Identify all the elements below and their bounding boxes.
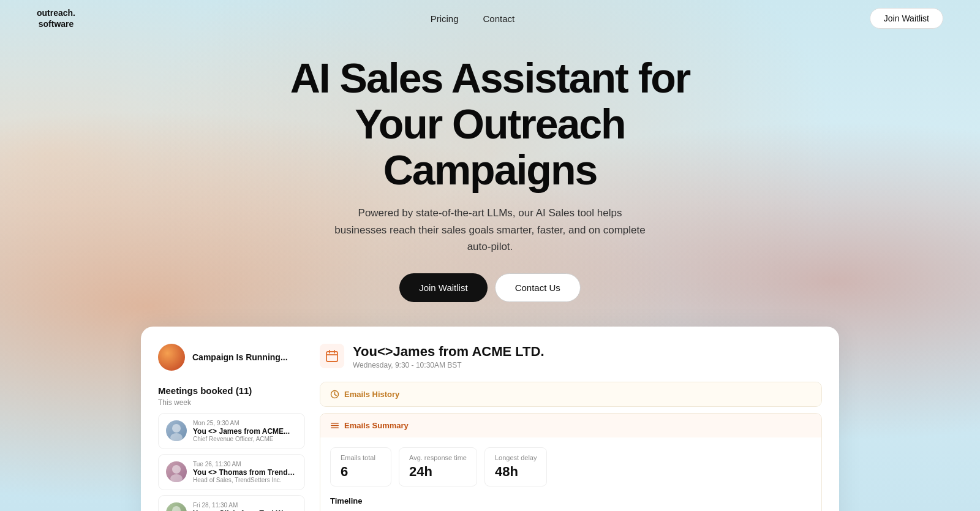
- stat-avg-response: Avg. response time 24h: [399, 447, 477, 486]
- meetings-header: Meetings booked (11): [158, 385, 305, 396]
- calendar-icon-wrapper: [320, 344, 344, 368]
- svg-line-14: [335, 395, 337, 396]
- calendar-icon: [325, 349, 339, 363]
- stat-label: Avg. response time: [409, 454, 467, 461]
- brand-logo: outreach. software: [37, 7, 75, 29]
- hero-title: AI Sales Assistant for Your Outreach Cam…: [245, 55, 735, 192]
- timeline-title: Timeline: [330, 496, 812, 505]
- nav-pricing[interactable]: Pricing: [431, 13, 459, 24]
- svg-rect-8: [326, 352, 337, 361]
- stat-value: 24h: [409, 464, 467, 480]
- stat-label: Emails total: [341, 454, 381, 461]
- svg-rect-15: [331, 423, 339, 424]
- hero-section: AI Sales Assistant for Your Outreach Cam…: [0, 37, 980, 302]
- nav-links: Pricing Contact: [431, 13, 515, 24]
- emails-history-label: Emails History: [344, 390, 399, 399]
- meeting-name: You <> Thomas from TrendS...: [193, 468, 297, 477]
- meeting-item[interactable]: Fri 28, 11:30 AM You <> Olivia from Tech…: [158, 495, 305, 511]
- avatar-thomas: [166, 461, 187, 482]
- avatar-olivia: [166, 502, 187, 511]
- meeting-time: Mon 25, 9:30 AM: [193, 420, 297, 426]
- stat-longest-delay: Longest delay 48h: [484, 447, 548, 486]
- svg-point-4: [172, 506, 181, 511]
- hero-buttons: Join Waitlist Contact Us: [12, 273, 968, 302]
- navbar: outreach. software Pricing Contact Join …: [0, 0, 980, 37]
- list-icon: [330, 421, 339, 430]
- campaign-label: Campaign Is Running...: [192, 352, 288, 362]
- emails-history-header[interactable]: Emails History: [320, 382, 821, 406]
- meeting-role: Head of Sales, TrendSetters Inc.: [193, 477, 297, 483]
- meeting-info: Tue 26, 11:30 AM You <> Thomas from Tren…: [193, 461, 297, 483]
- hero-contact-us-button[interactable]: Contact Us: [495, 273, 581, 302]
- nav-contact[interactable]: Contact: [483, 13, 515, 24]
- clock-icon: [330, 390, 339, 399]
- svg-point-0: [172, 424, 181, 433]
- meeting-info: Mon 25, 9:30 AM You <> James from ACME..…: [193, 420, 297, 442]
- meeting-detail-header: You<>James from ACME LTD. Wednesday, 9:3…: [320, 344, 822, 369]
- this-week-label: This week: [158, 398, 305, 407]
- emails-summary-header[interactable]: Emails Summary: [320, 414, 821, 437]
- meeting-title-text: You<>James from ACME LTD.: [353, 344, 545, 360]
- meeting-datetime: Wednesday, 9:30 - 10:30AM BST: [353, 361, 545, 369]
- stat-value: 48h: [495, 464, 537, 480]
- campaign-status: Campaign Is Running...: [158, 344, 305, 371]
- meeting-role: Chief Revenue Officer, ACME: [193, 436, 297, 442]
- stat-emails-total: Emails total 6: [330, 447, 391, 486]
- svg-rect-17: [331, 428, 339, 429]
- meeting-info: Fri 28, 11:30 AM You <> Olivia from Tech…: [193, 502, 297, 511]
- stat-label: Longest delay: [495, 454, 537, 461]
- meeting-time: Tue 26, 11:30 AM: [193, 461, 297, 467]
- meeting-title-block: You<>James from ACME LTD. Wednesday, 9:3…: [353, 344, 545, 369]
- emails-summary-section: Emails Summary Emails total 6 Avg. respo…: [320, 413, 822, 511]
- svg-point-2: [172, 465, 181, 474]
- right-panel: You<>James from ACME LTD. Wednesday, 9:3…: [320, 344, 822, 511]
- join-waitlist-nav-button[interactable]: Join Waitlist: [870, 8, 943, 29]
- left-panel: Campaign Is Running... Meetings booked (…: [158, 344, 305, 511]
- campaign-avatar: [158, 344, 185, 371]
- svg-point-1: [170, 433, 183, 441]
- meeting-item[interactable]: Tue 26, 11:30 AM You <> Thomas from Tren…: [158, 454, 305, 490]
- emails-history-section: Emails History: [320, 382, 822, 407]
- emails-summary-content: Emails total 6 Avg. response time 24h Lo…: [320, 437, 821, 511]
- hero-join-waitlist-button[interactable]: Join Waitlist: [399, 273, 487, 302]
- svg-rect-16: [331, 425, 339, 426]
- svg-point-3: [170, 474, 183, 482]
- meeting-name: You <> James from ACME...: [193, 427, 297, 436]
- stat-value: 6: [341, 464, 381, 480]
- meeting-item[interactable]: Mon 25, 9:30 AM You <> James from ACME..…: [158, 413, 305, 449]
- meeting-time: Fri 28, 11:30 AM: [193, 502, 297, 509]
- stats-row: Emails total 6 Avg. response time 24h Lo…: [330, 447, 812, 486]
- avatar-james: [166, 420, 187, 441]
- app-card: Campaign Is Running... Meetings booked (…: [141, 327, 839, 511]
- hero-subtitle: Powered by state-of-the-art LLMs, our AI…: [331, 205, 649, 255]
- emails-summary-label: Emails Summary: [344, 421, 409, 430]
